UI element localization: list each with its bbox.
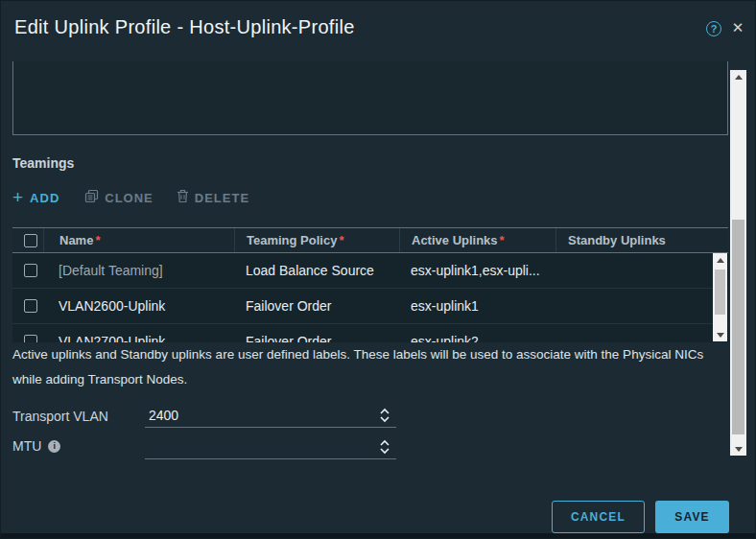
column-header-teaming-policy: Teaming Policy *	[234, 228, 399, 252]
scrolled-out-panel	[12, 61, 728, 135]
help-icon[interactable]: ?	[706, 21, 721, 36]
table-row-default-teaming[interactable]: [Default Teaming] Load Balance Source es…	[12, 253, 728, 289]
table-header-row: Name * Teaming Policy * Active Uplinks *…	[12, 227, 728, 253]
edit-uplink-profile-dialog: Edit Uplink Profile - Host-Uplink-Profil…	[0, 0, 756, 539]
column-header-label: Teaming Policy	[247, 233, 337, 247]
teamings-toolbar: + ADD CLONE DELETE	[12, 189, 249, 206]
delete-button-label: DELETE	[195, 191, 249, 205]
mtu-label-text: MTU	[12, 438, 41, 454]
transport-vlan-field	[145, 403, 396, 428]
mtu-label: MTU i	[12, 438, 60, 454]
dialog-titlebar: Edit Uplink Profile - Host-Uplink-Profil…	[1, 1, 755, 57]
mtu-field	[145, 434, 396, 459]
uplinks-note: Active uplinks and Standby uplinks are u…	[12, 342, 713, 392]
cell-active-uplinks: esx-uplink2	[399, 334, 555, 342]
required-marker: *	[500, 233, 505, 247]
column-header-label: Standby Uplinks	[568, 233, 666, 247]
column-header-label: Name	[59, 233, 93, 247]
table-scrollbar[interactable]	[713, 253, 727, 341]
row-checkbox[interactable]	[24, 299, 37, 313]
cell-teaming-policy: Failover Order	[234, 334, 399, 342]
info-icon[interactable]: i	[48, 440, 60, 453]
delete-button[interactable]: DELETE	[177, 189, 249, 206]
clone-icon	[84, 189, 99, 206]
dialog-scrollbar-thumb[interactable]	[732, 220, 744, 434]
mtu-input[interactable]	[149, 436, 360, 457]
transport-vlan-label: Transport VLAN	[12, 409, 108, 424]
table-body: [Default Teaming] Load Balance Source es…	[12, 253, 728, 342]
required-marker: *	[339, 233, 343, 247]
row-checkbox[interactable]	[24, 335, 37, 342]
cell-name: VLAN2700-Uplink	[43, 334, 234, 342]
cell-active-uplinks: esx-uplink1	[399, 298, 555, 314]
cell-active-uplinks: esx-uplink1,esx-upli...	[399, 263, 555, 278]
row-checkbox[interactable]	[24, 264, 37, 277]
dialog-title: Edit Uplink Profile - Host-Uplink-Profil…	[14, 16, 355, 38]
table-scrollbar-down-arrow[interactable]	[713, 328, 727, 341]
table-scrollbar-thumb[interactable]	[715, 270, 725, 315]
table-row-vlan2700[interactable]: VLAN2700-Uplink Failover Order esx-uplin…	[12, 324, 728, 342]
dialog-bottom-edge	[1, 533, 755, 538]
add-button-label: ADD	[30, 191, 59, 205]
table-row-vlan2600[interactable]: VLAN2600-Uplink Failover Order esx-uplin…	[12, 289, 728, 324]
add-button[interactable]: + ADD	[12, 191, 59, 205]
info-glyph: i	[54, 441, 57, 451]
cancel-button[interactable]: CANCEL	[552, 501, 645, 533]
clone-button-label: CLONE	[105, 191, 154, 205]
column-header-name: Name *	[43, 228, 234, 252]
teamings-table: Name * Teaming Policy * Active Uplinks *…	[12, 227, 728, 342]
cell-name: [Default Teaming]	[43, 263, 234, 278]
table-scrollbar-up-arrow[interactable]	[713, 253, 727, 267]
help-glyph: ?	[711, 23, 718, 35]
cell-teaming-policy: Load Balance Source	[234, 263, 399, 278]
close-icon[interactable]: ✕	[728, 18, 747, 37]
transport-vlan-stepper[interactable]	[379, 406, 390, 425]
save-button[interactable]: SAVE	[655, 501, 729, 533]
column-header-label: Active Uplinks	[412, 233, 498, 247]
dialog-scrollbar-up-arrow[interactable]	[730, 70, 746, 83]
select-all-checkbox[interactable]	[24, 234, 37, 247]
column-header-active-uplinks: Active Uplinks *	[399, 228, 555, 252]
header-checkbox-cell	[12, 228, 43, 252]
teamings-heading: Teamings	[12, 155, 74, 171]
plus-icon: +	[12, 191, 24, 204]
transport-vlan-label-text: Transport VLAN	[12, 409, 108, 424]
transport-vlan-input[interactable]	[149, 405, 360, 426]
row-checkbox-cell	[12, 264, 43, 277]
column-header-standby-uplinks: Standby Uplinks	[555, 228, 728, 252]
mtu-stepper[interactable]	[379, 437, 390, 457]
dialog-scrollbar[interactable]	[730, 70, 746, 456]
row-checkbox-cell	[12, 335, 43, 342]
required-marker: *	[95, 233, 100, 247]
dialog-scrollbar-down-arrow[interactable]	[730, 442, 746, 456]
clone-button[interactable]: CLONE	[84, 189, 154, 206]
close-glyph: ✕	[732, 19, 744, 36]
cell-name: VLAN2600-Uplink	[43, 298, 234, 314]
trash-icon	[177, 189, 189, 206]
row-checkbox-cell	[12, 299, 43, 313]
cell-teaming-policy: Failover Order	[234, 298, 399, 314]
